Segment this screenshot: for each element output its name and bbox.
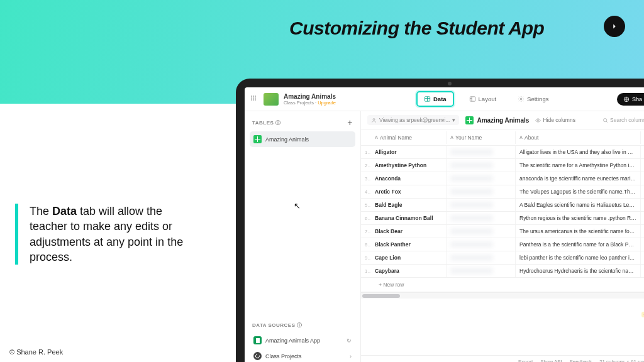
table-row[interactable]: 10CapybaraHydrochoerus Hydrchaeris is th… — [361, 265, 644, 278]
horizontal-scrollbar[interactable] — [361, 292, 644, 299]
camera-dot — [448, 82, 452, 85]
svg-point-6 — [604, 118, 607, 121]
laptop-frame: Amazing Animals Class Projects · Upgrade… — [236, 79, 644, 362]
sources-heading: DATA SOURCES ⓘ — [250, 321, 355, 332]
search-icon — [602, 118, 608, 123]
cell-animal-name[interactable]: Black Bear — [371, 225, 447, 238]
cell-about[interactable]: Rython regious is the scientific name .p… — [516, 212, 641, 224]
share-button[interactable]: Sha — [617, 93, 644, 106]
cell-about[interactable]: Alligator lives in the USA and they also… — [516, 146, 641, 158]
refresh-icon[interactable]: ↻ — [347, 337, 352, 344]
sidebar-table-item[interactable]: Amazing Animals — [250, 131, 355, 147]
table-row[interactable]: 4Arctic FoxThe Volupes Lagopus is the sc… — [361, 185, 644, 199]
next-slide-button[interactable] — [604, 16, 625, 37]
svg-point-2 — [520, 98, 522, 100]
cell-your-name[interactable] — [447, 185, 516, 198]
cell-animal-name[interactable]: Capybara — [371, 265, 447, 277]
svg-rect-1 — [470, 97, 475, 101]
cell-animal-name[interactable]: Amethystine Python — [371, 159, 447, 172]
table-toolbar: Viewing as srpeek@greenvi... ▾ Amazing A… — [361, 111, 644, 129]
user-icon — [371, 118, 377, 123]
table-icon — [424, 96, 431, 102]
feedback-button[interactable]: Feedback — [570, 359, 592, 362]
add-table-button[interactable]: + — [347, 118, 353, 128]
explainer-text: The Data tab will allow the teacher to m… — [15, 204, 191, 265]
cell-animal-name[interactable]: Alligator — [371, 146, 447, 158]
chevron-right-icon[interactable]: › — [350, 353, 352, 359]
eye-off-icon — [535, 118, 541, 123]
col-about[interactable]: About — [516, 131, 641, 144]
grid-footer: Export Show API Feedback 21 columns × 61… — [361, 355, 644, 362]
cell-your-name[interactable] — [447, 238, 516, 251]
cell-your-name[interactable] — [447, 159, 516, 172]
mouse-cursor: ↖ — [294, 201, 301, 211]
cell-animal-name[interactable]: Arctic Fox — [371, 185, 447, 198]
cell-your-name[interactable] — [447, 251, 516, 264]
viewing-as-selector[interactable]: Viewing as srpeek@greenvi... ▾ — [367, 115, 459, 125]
cell-about[interactable]: lebi panther is the scientific name leo … — [516, 251, 641, 264]
col-your-name[interactable]: Your Name — [447, 131, 516, 144]
table-row[interactable]: 3Anacondaanaconda is tge scientiffic nam… — [361, 172, 644, 185]
cell-about[interactable]: Hydrochoerus Hydrchaeris is the scientof… — [516, 265, 641, 277]
cell-animal-name[interactable]: Black Panther — [371, 238, 447, 251]
tab-settings[interactable]: Settings — [511, 92, 555, 106]
cell-about[interactable]: The Volupes Lagopus is the scientific na… — [516, 185, 641, 198]
show-api-button[interactable]: Show API — [540, 359, 562, 362]
cell-your-name[interactable] — [447, 265, 516, 277]
chevron-right-icon — [610, 22, 619, 31]
app-subtitle: Class Projects · Upgrade — [284, 100, 336, 106]
layout-icon — [469, 96, 476, 102]
table-icon — [465, 116, 474, 124]
grid-header: Animal Name Your Name About + — [361, 129, 644, 146]
cell-your-name[interactable] — [447, 146, 516, 158]
cell-about[interactable]: The scientific name for a Amethystine Py… — [516, 159, 641, 172]
app-title: Amazing Animals — [284, 93, 336, 100]
nav-tabs: Data Layout Settings — [416, 91, 555, 107]
data-source-sheets[interactable]: Amazing Animals App ↻ — [250, 332, 355, 348]
cell-your-name[interactable] — [447, 212, 516, 224]
gear-icon — [518, 96, 525, 102]
table-row[interactable]: 6Banana Cinnamon BallRython regious is t… — [361, 212, 644, 225]
data-source-project[interactable]: Class Projects › — [250, 348, 355, 362]
cell-your-name[interactable] — [447, 172, 516, 185]
cell-animal-name[interactable]: Anaconda — [371, 172, 447, 185]
tab-layout[interactable]: Layout — [463, 92, 503, 106]
app-title-block: Amazing Animals Class Projects · Upgrade — [284, 93, 336, 106]
table-icon — [253, 135, 262, 143]
table-row[interactable]: 9Cape Lionlebi panther is the scientific… — [361, 251, 644, 265]
cell-your-name[interactable] — [447, 225, 516, 238]
apps-menu-icon[interactable] — [251, 96, 258, 103]
app-thumbnail[interactable] — [264, 93, 279, 106]
explainer-pre: The — [30, 205, 52, 217]
cell-about[interactable]: Panthera is a the scientific name for a … — [516, 238, 641, 251]
cell-animal-name[interactable]: Bald Eagle — [371, 199, 447, 211]
cell-about[interactable]: A Bald Eagles scientific name is Haliaee… — [516, 199, 641, 211]
cell-animal-name[interactable]: Cape Lion — [371, 251, 447, 264]
search-columns[interactable]: Search columns — [602, 117, 644, 123]
table-row[interactable]: 7Black BearThe ursus americanus is the s… — [361, 225, 644, 238]
slide-title: Customizing the Student App — [289, 18, 544, 39]
table-row[interactable]: 5Bald EagleA Bald Eagles scientific name… — [361, 199, 644, 212]
cell-about[interactable]: anaconda is tge scientiffic name eunecte… — [516, 172, 641, 185]
grid-dimensions: 21 columns × 61 rows — [599, 359, 644, 362]
table-row[interactable]: 2Amethystine PythonThe scientific name f… — [361, 159, 644, 172]
add-column-button[interactable]: + — [641, 129, 644, 145]
cell-your-name[interactable] — [447, 199, 516, 211]
hide-columns-button[interactable]: Hide columns — [535, 117, 575, 123]
cell-about[interactable]: The ursus americanus is the scientific n… — [516, 225, 641, 238]
globe-icon — [623, 96, 630, 102]
sheets-icon — [253, 336, 262, 344]
explainer-bold: Data — [52, 205, 77, 217]
shortcut-hint: Ctrl B — [641, 312, 645, 317]
copyright: © Shane R. Peek — [9, 348, 63, 356]
table-row[interactable]: 8Black PantherPanthera is a the scientif… — [361, 238, 644, 251]
data-grid[interactable]: Animal Name Your Name About + 1Alligator… — [361, 129, 644, 355]
table-row[interactable]: 1AlligatorAlligator lives in the USA and… — [361, 146, 644, 159]
upgrade-link[interactable]: Upgrade — [318, 100, 336, 106]
new-row-button[interactable]: + New row — [361, 278, 644, 292]
sidebar: TABLES ⓘ + Amazing Animals ↖ DATA SOURCE… — [245, 111, 361, 362]
cell-animal-name[interactable]: Banana Cinnamon Ball — [371, 212, 447, 224]
tab-data[interactable]: Data — [416, 91, 454, 107]
col-animal-name[interactable]: Animal Name — [371, 131, 447, 144]
export-button[interactable]: Export — [518, 359, 533, 362]
